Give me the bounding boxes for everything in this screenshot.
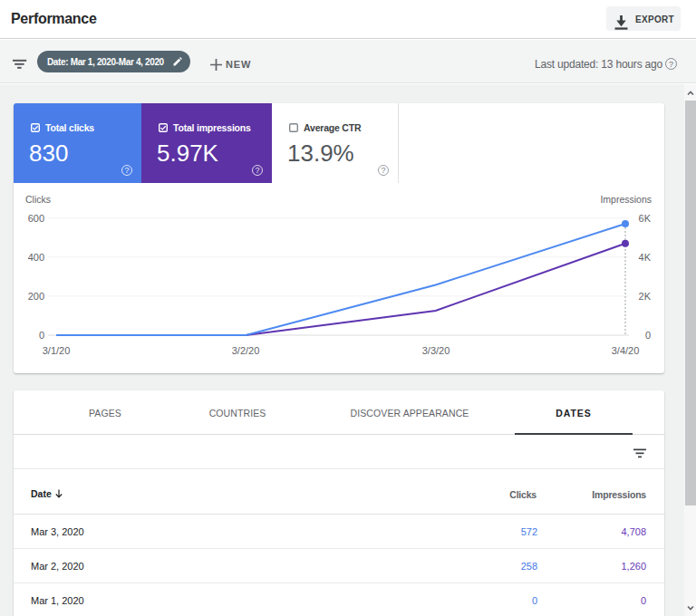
svg-text:Impressions: Impressions <box>600 194 652 205</box>
svg-text:6K: 6K <box>639 213 652 224</box>
svg-text:3/1/20: 3/1/20 <box>43 345 71 356</box>
svg-text:200: 200 <box>28 291 44 302</box>
svg-text:4K: 4K <box>639 252 652 263</box>
svg-text:3/3/20: 3/3/20 <box>422 345 450 356</box>
svg-text:600: 600 <box>28 213 44 224</box>
svg-text:0: 0 <box>39 330 44 341</box>
svg-text:3/4/20: 3/4/20 <box>612 345 640 356</box>
svg-text:400: 400 <box>28 252 44 263</box>
svg-text:2K: 2K <box>639 291 652 302</box>
svg-text:3/2/20: 3/2/20 <box>232 345 260 356</box>
svg-text:Clicks: Clicks <box>25 194 51 205</box>
svg-text:0: 0 <box>645 330 651 341</box>
